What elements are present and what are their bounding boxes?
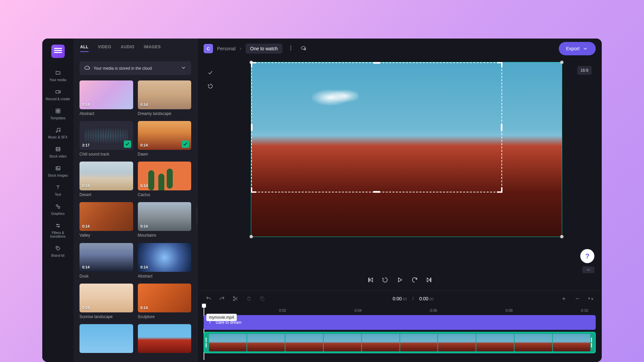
media-item[interactable] xyxy=(79,324,133,355)
rail-item-folder[interactable]: Your media xyxy=(45,66,71,85)
project-menu-button[interactable] xyxy=(286,44,295,54)
duplicate-button[interactable] xyxy=(257,294,267,304)
undo-button[interactable] xyxy=(204,294,214,304)
rail-item-text[interactable]: Text xyxy=(45,181,71,200)
svg-rect-21 xyxy=(261,298,264,300)
zoom-out-button[interactable] xyxy=(572,294,582,304)
breadcrumb-workspace[interactable]: Personal xyxy=(217,46,235,51)
media-item[interactable]: 0:14Cactus xyxy=(138,162,192,197)
media-name: Abstract xyxy=(138,274,192,279)
export-button[interactable]: Export xyxy=(559,42,596,55)
rail-item-sliders[interactable]: Filters & transitions xyxy=(45,219,71,242)
ruler-tick: 0:02 xyxy=(279,308,286,312)
clip-handle-left[interactable] xyxy=(206,336,208,349)
media-name: Sunrise landscape xyxy=(79,314,133,319)
selection-handle[interactable] xyxy=(250,235,253,238)
media-name: Sculpture xyxy=(138,314,192,319)
zoom-in-button[interactable] xyxy=(559,294,569,304)
media-item[interactable]: 0:14Valley xyxy=(79,202,133,238)
tab-images[interactable]: IMAGES xyxy=(144,45,161,52)
rail-item-label: Music & SFX xyxy=(48,135,68,139)
ruler-tick: 0:08 xyxy=(505,308,513,312)
selection-handle[interactable] xyxy=(560,61,564,64)
svg-rect-3 xyxy=(56,111,58,113)
media-item[interactable]: 0:14Mountains xyxy=(138,202,192,238)
fit-button[interactable] xyxy=(586,294,596,304)
media-duration: 0:14 xyxy=(141,103,148,107)
media-name: Valley xyxy=(79,233,133,238)
media-thumbnail: 0:14 xyxy=(79,284,133,312)
aspect-ratio-badge[interactable]: 16:9 xyxy=(577,66,592,75)
media-grid[interactable]: 0:14Abstract0:14Dreamy landscape2:17Chil… xyxy=(73,78,197,362)
workspace-badge[interactable]: C xyxy=(204,44,213,53)
preview-canvas[interactable] xyxy=(251,62,562,237)
media-item[interactable]: 0:14Dreamy landscape xyxy=(138,80,192,116)
panel-expand-button[interactable] xyxy=(582,266,594,273)
rail-item-tag[interactable]: Brand kit xyxy=(45,242,71,261)
rail-item-label: Record & create xyxy=(46,97,70,101)
skip-forward-button[interactable] xyxy=(426,277,433,285)
media-item[interactable] xyxy=(138,324,192,355)
media-thumbnail: 0:14 xyxy=(138,202,192,231)
media-name: Dawn xyxy=(138,152,192,157)
clip-handle-right[interactable] xyxy=(591,336,594,349)
app-logo[interactable] xyxy=(51,45,65,58)
timeline-tracks[interactable]: Dare to dream mymovie.mp4 xyxy=(198,315,602,362)
rail-item-film[interactable]: Stock video xyxy=(45,142,71,162)
storage-location-dropdown[interactable]: Your media is stored in the cloud xyxy=(79,61,191,75)
rail-item-image[interactable]: Stock images xyxy=(45,162,71,181)
app-window: Your mediaRecord & createTemplatesMusic … xyxy=(42,39,602,362)
confirm-crop-button[interactable] xyxy=(204,67,216,79)
video-track-clip[interactable] xyxy=(204,332,596,353)
play-button[interactable] xyxy=(396,277,403,285)
ruler-tick: 0:10 xyxy=(581,308,588,312)
svg-rect-1 xyxy=(56,109,58,111)
media-item[interactable]: 0:14Sunrise landscape xyxy=(79,284,133,319)
skip-back-button[interactable] xyxy=(367,277,374,285)
media-name: Abstract xyxy=(79,111,133,116)
timeline-ruler[interactable]: 0:020:040:060:080:10 xyxy=(198,306,602,315)
media-thumbnail: 0:14 xyxy=(79,162,133,190)
rail-item-label: Text xyxy=(55,193,61,196)
media-item[interactable]: 0:14Sculpture xyxy=(138,284,192,319)
media-item[interactable]: 2:17Chill sound track xyxy=(79,121,133,157)
delete-button[interactable] xyxy=(244,294,254,304)
rail-item-grid[interactable]: Templates xyxy=(45,104,71,123)
media-item[interactable]: 0:14Dawn xyxy=(138,121,192,157)
video-icon xyxy=(55,88,61,95)
media-duration: 0:14 xyxy=(82,306,90,310)
used-check-icon xyxy=(124,140,131,148)
rail-item-video[interactable]: Record & create xyxy=(45,85,71,104)
svg-point-20 xyxy=(233,300,235,301)
svg-point-19 xyxy=(233,297,235,298)
forward-button[interactable] xyxy=(411,277,418,285)
help-button[interactable]: ? xyxy=(580,249,594,263)
selection-handle[interactable] xyxy=(250,61,253,64)
media-item[interactable]: 0:14Abstract xyxy=(138,243,192,279)
reset-crop-button[interactable] xyxy=(204,80,216,92)
selection-handle[interactable] xyxy=(560,235,564,238)
canvas-tools xyxy=(204,62,216,270)
rail-item-music[interactable]: Music & SFX xyxy=(45,123,71,142)
rail-item-label: Stock video xyxy=(49,155,67,158)
timeline-toolbar: 0:00.00 / 0:00.00 xyxy=(198,291,602,306)
media-thumbnail: 0:14 xyxy=(138,80,192,109)
sync-status-icon[interactable] xyxy=(301,45,307,52)
text-track-clip[interactable]: Dare to dream mymovie.mp4 xyxy=(204,315,596,330)
sliders-icon xyxy=(55,222,61,229)
media-item[interactable]: 0:14Desert xyxy=(79,162,133,197)
tab-all[interactable]: ALL xyxy=(80,45,89,52)
tab-video[interactable]: VIDEO xyxy=(98,45,111,52)
media-item[interactable]: 0:14Dusk xyxy=(79,243,133,279)
media-tabs: ALLVIDEOAUDIOIMAGES xyxy=(73,39,197,57)
rail-item-shapes[interactable]: Graphics xyxy=(45,200,71,219)
image-icon xyxy=(55,165,61,172)
redo-button[interactable] xyxy=(217,294,227,304)
split-button[interactable] xyxy=(230,294,240,304)
tab-audio[interactable]: AUDIO xyxy=(121,45,135,52)
breadcrumb-project[interactable]: One to watch xyxy=(246,44,283,54)
shapes-icon xyxy=(55,203,61,210)
media-item[interactable]: 0:14Abstract xyxy=(79,80,133,116)
rewind-button[interactable] xyxy=(382,277,388,285)
media-name: Dreamy landscape xyxy=(138,111,192,116)
